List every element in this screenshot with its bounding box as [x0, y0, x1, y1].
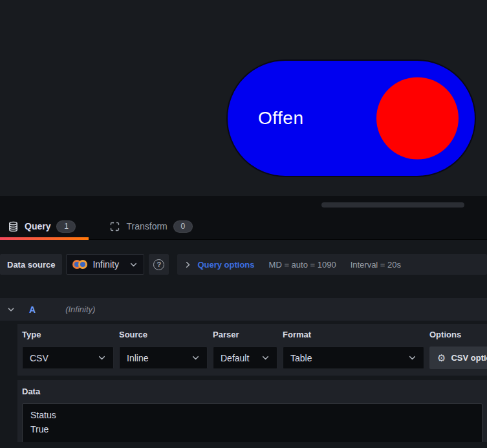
parser-select[interactable]: Default — [213, 347, 277, 369]
query-options-link[interactable]: Query options — [197, 260, 254, 270]
chevron-down-icon — [261, 354, 270, 362]
query-options-bar: Query options MD = auto = 1090 Interval … — [177, 254, 487, 275]
tab-query-label: Query — [25, 221, 50, 231]
field-format-label: Format — [283, 328, 424, 341]
field-type: Type CSV — [22, 328, 114, 369]
tab-transform[interactable]: Transform 0 — [109, 213, 192, 239]
toggle-switch-visualization[interactable]: Offen — [226, 59, 476, 177]
format-select[interactable]: Table — [283, 347, 424, 369]
gear-icon: ⚙ — [437, 352, 446, 364]
query-count-badge: 1 — [56, 220, 76, 233]
field-source-label: Source — [119, 328, 208, 341]
source-select[interactable]: Inline — [119, 347, 208, 369]
chevron-down-icon — [98, 354, 106, 362]
field-source: Source Inline — [119, 328, 208, 369]
query-option-interval: Interval = 20s — [351, 260, 401, 270]
horizontal-scrollbar[interactable] — [321, 202, 464, 208]
field-parser: Parser Default — [213, 328, 277, 369]
type-select-value: CSV — [30, 353, 49, 363]
active-tab-indicator — [0, 237, 89, 240]
parser-select-value: Default — [221, 353, 249, 363]
query-editor-body: Type CSV Source Inline Parser — [17, 324, 487, 442]
tab-query[interactable]: Query 1 — [8, 213, 76, 239]
question-circle-icon: ? — [153, 259, 164, 270]
datasource-help-button[interactable]: ? — [149, 254, 169, 275]
panel-preview-area: Offen — [0, 0, 487, 196]
csv-options-button[interactable]: ⚙ CSV options — [429, 347, 487, 369]
type-select[interactable]: CSV — [22, 347, 114, 369]
chevron-down-icon — [408, 354, 417, 362]
query-fields-block: Type CSV Source Inline Parser — [17, 324, 487, 376]
scroll-strip — [0, 196, 487, 213]
query-editor-pane: Data source Infinity ? Query options MD … — [0, 240, 487, 442]
csv-options-button-label: CSV options — [451, 353, 487, 363]
toggle-knob — [376, 78, 459, 160]
datasource-row: Data source Infinity ? Query options MD … — [0, 254, 487, 275]
chevron-down-icon — [129, 261, 138, 269]
query-row-header[interactable]: A (Infinity) — [0, 298, 487, 321]
query-ref-id: A — [29, 304, 36, 315]
transform-count-badge: 0 — [173, 220, 193, 233]
database-icon — [8, 221, 19, 232]
query-datasource-hint: (Infinity) — [65, 304, 95, 314]
field-options-label: Options — [429, 328, 487, 341]
chevron-down-icon — [191, 354, 200, 362]
field-options: Options ⚙ CSV options — [429, 328, 487, 369]
editor-tab-bar: Query 1 Transform 0 — [0, 213, 487, 240]
source-select-value: Inline — [127, 353, 148, 363]
collapse-chevron-icon[interactable] — [6, 305, 16, 314]
inline-data-textarea[interactable]: Status True — [22, 403, 482, 442]
datasource-picker[interactable]: Infinity — [66, 254, 144, 275]
field-type-label: Type — [22, 328, 114, 341]
inline-data-block: Data Status True — [17, 380, 487, 442]
field-format: Format Table — [283, 328, 424, 369]
query-option-max-datapoints: MD = auto = 1090 — [269, 260, 336, 270]
data-section-label: Data — [22, 385, 487, 398]
datasource-picker-value: Infinity — [92, 259, 124, 270]
infinity-datasource-icon — [72, 260, 87, 269]
datasource-label: Data source — [0, 254, 62, 275]
transform-icon — [109, 221, 120, 232]
chevron-right-icon[interactable] — [184, 261, 192, 269]
toggle-state-label: Offen — [258, 108, 303, 129]
format-select-value: Table — [290, 353, 312, 363]
tab-transform-label: Transform — [126, 221, 167, 231]
field-parser-label: Parser — [213, 328, 277, 341]
